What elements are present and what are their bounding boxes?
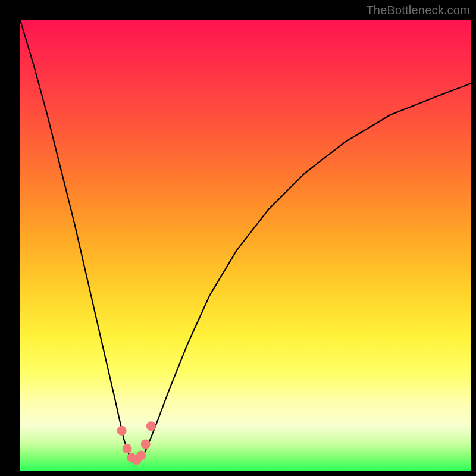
outer-frame: TheBottleneck.com bbox=[0, 0, 476, 476]
marker-dots bbox=[20, 20, 471, 471]
plot-area bbox=[20, 20, 471, 471]
marker-dot bbox=[117, 426, 127, 436]
marker-dot bbox=[136, 451, 146, 461]
watermark-text: TheBottleneck.com bbox=[366, 4, 470, 17]
marker-dot bbox=[146, 421, 156, 431]
marker-dot bbox=[141, 440, 151, 449]
marker-dot bbox=[123, 444, 132, 453]
